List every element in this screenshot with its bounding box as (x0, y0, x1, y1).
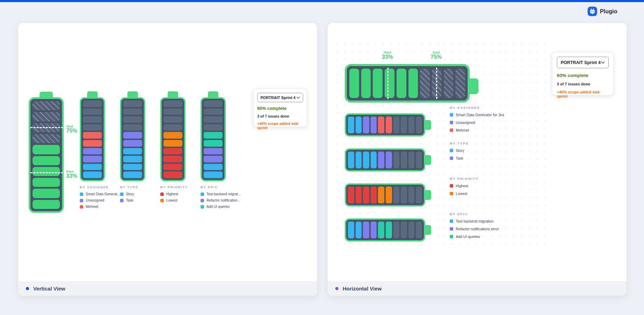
battery-segment-red (163, 164, 182, 170)
legend-item: Test backend migration (450, 219, 527, 223)
battery-segment-orange (378, 187, 384, 203)
legend-swatch-purple (80, 199, 83, 202)
sprint-select[interactable]: PORTRAIT Sprint 4 (557, 57, 609, 68)
battery-segment-empty (416, 152, 422, 168)
battery-segment-done (33, 178, 60, 187)
battery-segment-purple (83, 156, 102, 162)
battery-segment-blue (123, 164, 142, 170)
battery-segment-purple (363, 222, 369, 238)
battery-segment-blue (348, 152, 354, 168)
battery-segment-teal (204, 132, 223, 139)
battery-segment-purple (378, 152, 384, 168)
legend-items: HighestLowest (160, 192, 200, 202)
battery-segment-empty (401, 117, 407, 133)
battery-segment-blue (204, 164, 223, 170)
sprint-select[interactable]: PORTRAIT Sprint 4 (257, 93, 303, 102)
battery-segment-empty (163, 116, 182, 123)
legend-items: Test backend migrationRefactor notificat… (450, 219, 527, 239)
legend-label: Lowest (456, 191, 467, 196)
legend-by-type: BY TYPE StoryTask (450, 141, 527, 160)
battery-segment-purple (371, 222, 377, 238)
battery-segment-empty (163, 100, 182, 107)
legend-label: Highest (166, 192, 178, 196)
legend-title: BY PRIORITY (450, 177, 527, 181)
battery-segment-empty (123, 100, 142, 107)
battery-by-priority-horizontal (345, 183, 425, 206)
legend-items: Test backend migrat...Refactor notificat… (201, 192, 242, 209)
battery-segment-added (33, 123, 60, 132)
goal-marker-label: Goal 75% (66, 125, 77, 134)
legend-item: Mehmet (450, 128, 527, 132)
legend-title: BY ASSIGNEE (450, 106, 527, 110)
legend-item: Test backend migrat... (201, 192, 242, 196)
battery-by-epic-horizontal (345, 218, 425, 241)
legend-title: BY ASSIGNEE (80, 186, 119, 189)
battery-segment-empty (123, 116, 142, 123)
battery-cap (425, 225, 431, 235)
battery-segment-done (33, 156, 60, 165)
battery-segment-blue (348, 117, 354, 133)
legend-swatch-purple (201, 199, 204, 202)
battery-by-type-vertical (120, 97, 145, 181)
battery-segment-empty (401, 187, 407, 203)
footer-label-horizontal: Horizontal View (343, 286, 382, 292)
legend-swatch-teal (450, 235, 453, 238)
battery-segment-salmon (378, 117, 384, 133)
legend-label: Unassigned (86, 198, 104, 202)
battery-segment-red (356, 187, 362, 203)
overall-battery-horizontal (345, 64, 470, 103)
battery-segment-empty (204, 100, 223, 107)
chevron-down-icon (601, 61, 605, 64)
battery-segment-teal (378, 222, 384, 238)
battery-segment-orange (163, 132, 182, 139)
battery-segment-empty (204, 124, 223, 131)
battery-by-type-horizontal (345, 148, 425, 172)
legend-label: Smart Data Generat... (86, 192, 120, 196)
legend-swatch-blue (201, 192, 204, 196)
legend-items: Smart Data Generator for JiraUnassignedM… (450, 113, 527, 132)
battery-segment-blue (356, 222, 362, 238)
legend-label: Mehmet (86, 205, 98, 209)
legend-items: Smart Data Generat...UnassignedMehmet (80, 192, 119, 209)
legend-label: Refactor notifications error (456, 227, 499, 231)
battery-segment-purple (204, 156, 223, 162)
battery-cap (425, 190, 431, 200)
legend-label: Lowest (166, 198, 177, 202)
battery-segment-empty (401, 222, 407, 238)
battery-segment-teal (204, 140, 223, 147)
legend-label: Mehmet (456, 128, 469, 132)
battery-segment-empty (123, 124, 142, 131)
legend-swatch-orange (160, 199, 164, 202)
sprint-card: PORTRAIT Sprint 4 60% complete 3 of 7 is… (253, 89, 307, 127)
legend-by-type: BY TYPE StoryTask (120, 186, 159, 202)
legend-swatch-salmon (450, 128, 453, 132)
battery-segment-blue (363, 152, 369, 168)
battery-segment-empty (393, 222, 400, 238)
legend-swatch-purple (450, 156, 453, 160)
panel-footer-horizontal: Horizontal View (328, 281, 626, 296)
legend-by-priority: BY PRIORITY HighestLowest (450, 177, 527, 196)
battery-segment-blue (371, 152, 377, 168)
battery-cap (87, 91, 98, 98)
sprint-card: PORTRAIT Sprint 4 60% complete 3 of 7 is… (552, 52, 614, 96)
legend-title: BY TYPE (450, 141, 527, 145)
battery-segment-empty (393, 117, 400, 133)
battery-by-epic-vertical (201, 97, 226, 181)
battery-segment-empty (393, 187, 400, 203)
plugio-icon (588, 7, 597, 16)
legend-swatch-red (450, 184, 453, 188)
legend-by-priority: BY PRIORITY HighestLowest (160, 186, 200, 202)
goal-marker-label: Goal 75% (426, 51, 447, 60)
legend-title: BY EPIC (450, 212, 527, 216)
battery-segment-red (163, 156, 182, 162)
battery-segment-empty (408, 117, 415, 133)
battery-segment-purple (83, 148, 102, 155)
battery-segment-blue (356, 152, 362, 168)
battery-cap (425, 120, 431, 130)
legend-item: Lowest (160, 198, 200, 202)
legend-item: Refactor notification... (201, 198, 242, 202)
battery-segment-empty (204, 108, 223, 115)
legend-item: Task (450, 156, 527, 160)
legend-label: Story (456, 148, 464, 153)
legend-label: Highest (456, 184, 468, 188)
